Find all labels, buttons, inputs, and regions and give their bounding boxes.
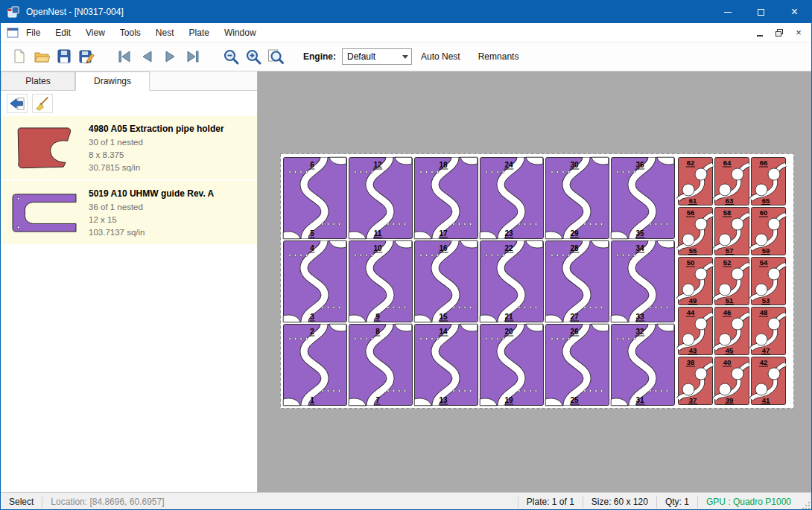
purple-part-pair[interactable]: 3433 <box>611 240 674 322</box>
tab-drawings[interactable]: Drawings <box>75 71 150 91</box>
part-number-label: 6 <box>310 161 314 169</box>
red-part-pair[interactable]: 4443 <box>679 307 713 355</box>
new-document-button[interactable] <box>8 45 31 68</box>
zoom-in-button[interactable] <box>242 45 264 68</box>
purple-part-pair[interactable]: 1211 <box>349 157 412 239</box>
menu-item-nest[interactable]: Nest <box>148 23 182 42</box>
zoom-out-button[interactable] <box>220 45 242 68</box>
part-number-label: 31 <box>635 396 644 404</box>
mdi-window-buttons: × <box>752 26 807 39</box>
part-number-label: 16 <box>439 244 448 252</box>
purple-part-pair[interactable]: 2827 <box>545 240 609 322</box>
save-button[interactable] <box>53 45 75 68</box>
red-part-pair[interactable]: 5049 <box>679 258 713 305</box>
open-button[interactable] <box>31 45 53 68</box>
part-thumbnail <box>8 121 81 174</box>
engine-dropdown-button[interactable] <box>399 49 411 64</box>
purple-part-pair[interactable]: 1413 <box>414 324 478 406</box>
red-part-pair[interactable]: 6463 <box>715 158 749 205</box>
go-last-button[interactable] <box>181 45 203 68</box>
go-previous-button[interactable] <box>136 45 159 68</box>
red-part-pair[interactable]: 4039 <box>715 357 749 405</box>
save-edit-icon <box>77 48 95 66</box>
purple-part-pair[interactable]: 1817 <box>414 157 478 239</box>
menu-item-tools[interactable]: Tools <box>112 23 148 42</box>
menu-item-view[interactable]: View <box>78 23 112 42</box>
part-number-label: 64 <box>723 159 732 167</box>
red-part-pair[interactable]: 3837 <box>679 357 713 405</box>
part-number-label: 20 <box>504 328 513 336</box>
purple-part-pair[interactable]: 3635 <box>611 157 674 239</box>
red-part-pair[interactable]: 4241 <box>752 357 786 405</box>
part-number-label: 51 <box>726 296 734 305</box>
status-bar: Select Location: [84.8696, 60.6957] Plat… <box>1 492 811 510</box>
part-number-label: 2 <box>310 328 314 336</box>
drawings-toolbar <box>1 91 257 116</box>
purple-part-pair[interactable]: 2423 <box>480 157 543 239</box>
purple-part-pair[interactable]: 2625 <box>545 324 609 406</box>
red-part-pair[interactable]: 5453 <box>752 258 786 305</box>
red-part-pair[interactable]: 6261 <box>679 158 713 205</box>
menu-item-window[interactable]: Window <box>217 23 264 42</box>
part-number-label: 42 <box>760 358 768 366</box>
purple-part-pair[interactable]: 65 <box>283 157 346 239</box>
resize-grip[interactable] <box>799 493 811 510</box>
purple-part-pair[interactable]: 1615 <box>414 240 478 322</box>
red-part-pair[interactable]: 5655 <box>679 208 713 255</box>
app-titlebar[interactable]: OpenNest - [N0317-004] × <box>1 1 811 23</box>
part-number-label: 29 <box>570 229 579 238</box>
purple-part-pair[interactable]: 2221 <box>480 240 543 322</box>
tab-plates[interactable]: Plates <box>1 71 75 90</box>
purple-part-pair[interactable]: 2019 <box>480 324 543 406</box>
purple-part-pair[interactable]: 43 <box>283 240 346 322</box>
close-icon: × <box>791 6 798 18</box>
part-number-label: 52 <box>723 258 732 267</box>
red-part-pair[interactable]: 4847 <box>752 307 786 355</box>
red-part-pair[interactable]: 5857 <box>715 208 749 255</box>
part-number-label: 59 <box>762 246 770 255</box>
mdi-minimize-button[interactable] <box>752 26 768 39</box>
purple-part-pair[interactable]: 3231 <box>611 324 674 406</box>
menu-item-plate[interactable]: Plate <box>182 23 217 42</box>
nest-view[interactable]: 6512111817242330293635431091615222128273… <box>280 153 794 409</box>
auto-nest-button[interactable]: Auto Nest <box>412 45 469 68</box>
part-number-label: 28 <box>570 244 579 252</box>
red-part-pair[interactable]: 4645 <box>715 307 749 355</box>
mdi-document-icon[interactable] <box>7 28 19 38</box>
red-part-pair[interactable]: 5251 <box>715 258 749 305</box>
drawing-item-uhmw-guide[interactable]: 5019 A10 UHMW guide Rev. A 36 of 1 neste… <box>1 181 257 244</box>
zoom-fit-button[interactable] <box>264 45 287 68</box>
close-button[interactable]: × <box>778 1 811 23</box>
broom-button[interactable] <box>32 94 53 113</box>
menu-item-file[interactable]: File <box>19 23 48 42</box>
panel-tabstrip: Plates Drawings <box>1 71 257 91</box>
chevron-down-icon <box>402 55 408 59</box>
go-next-button[interactable] <box>159 45 181 68</box>
mdi-restore-button[interactable] <box>771 26 787 39</box>
purple-part-pair[interactable]: 109 <box>349 240 412 322</box>
return-arrow-button[interactable] <box>7 94 28 113</box>
drawing-size: 8 x 8.375 <box>89 149 224 162</box>
menu-item-edit[interactable]: Edit <box>48 23 78 42</box>
part-number-label: 65 <box>762 197 770 205</box>
maximize-button[interactable] <box>744 1 778 23</box>
minimize-button[interactable] <box>711 1 744 23</box>
go-previous-icon <box>139 48 156 66</box>
purple-part-pair[interactable]: 21 <box>283 324 346 406</box>
nest-canvas[interactable]: 6512111817242330293635431091615222128273… <box>258 71 811 492</box>
part-number-label: 39 <box>726 396 734 404</box>
go-last-icon <box>183 48 201 66</box>
part-number-label: 17 <box>439 229 448 238</box>
purple-part-pair[interactable]: 87 <box>349 324 412 406</box>
engine-select[interactable]: Default <box>342 48 412 65</box>
save-edit-button[interactable] <box>75 45 98 68</box>
remnants-button[interactable]: Remnants <box>469 45 528 68</box>
drawing-item-extraction-pipe-holder[interactable]: 4980 A05 Extraction pipe holder 30 of 1 … <box>1 116 257 179</box>
part-number-label: 15 <box>439 313 448 321</box>
part-number-label: 54 <box>760 258 768 267</box>
go-first-button[interactable] <box>114 45 136 68</box>
mdi-close-button[interactable]: × <box>790 26 807 39</box>
red-part-pair[interactable]: 6059 <box>752 208 786 255</box>
purple-part-pair[interactable]: 3029 <box>545 157 609 239</box>
red-part-pair[interactable]: 6665 <box>752 158 786 205</box>
